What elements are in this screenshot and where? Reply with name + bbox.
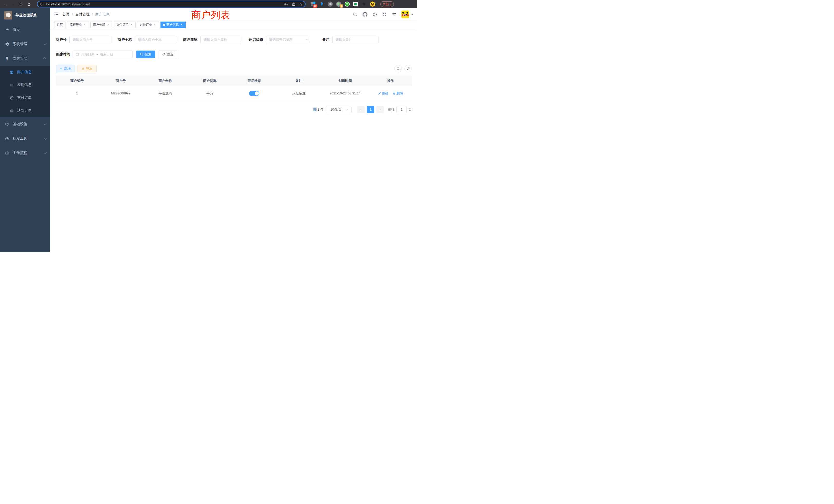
github-icon[interactable] [362, 12, 368, 17]
user-avatar [401, 10, 409, 18]
tags-view-bar: 首页 流程表单 ✕ 用户分组 ✕ 支付订单 ✕ 退款订单 ✕ 商户信息 ✕ [50, 21, 417, 29]
user-menu[interactable]: ▼ [401, 10, 413, 18]
password-key-icon[interactable] [284, 2, 288, 6]
header-search-icon[interactable] [353, 12, 358, 17]
browser-forward-button[interactable]: → [10, 1, 17, 7]
tab-refund-order[interactable]: 退款订单 ✕ [137, 22, 159, 28]
sidebar-item-workflow[interactable]: 工作流程 [0, 146, 50, 160]
tab-user-group[interactable]: 用户分组 ✕ [90, 22, 112, 28]
plus-icon [60, 67, 63, 70]
extension-blocks-icon[interactable]: 10 [311, 2, 316, 7]
sidebar-item-merchant-info[interactable]: 商户信息 [0, 66, 50, 78]
page-number-1[interactable]: 1 [367, 106, 374, 113]
extension-command-icon[interactable]: ⌘ [328, 2, 333, 7]
browser-back-button[interactable]: ← [3, 1, 9, 7]
app-logo[interactable]: 芋道管理系统 [0, 8, 50, 23]
sidebar-item-infrastructure[interactable]: 基础设施 [0, 117, 50, 131]
create-time-range-picker[interactable]: 开始日期 - 结束日期 [73, 50, 133, 58]
short-name-label: 商户简称 [183, 38, 197, 42]
browser-home-button[interactable] [26, 1, 32, 7]
extension-emoji-icon[interactable] [370, 2, 375, 7]
edit-button[interactable]: 修改 [378, 91, 389, 96]
sidebar-item-dev-tools[interactable]: 研发工具 [0, 131, 50, 146]
dashboard-icon [5, 28, 9, 32]
short-name-input[interactable] [200, 36, 242, 43]
merchant-table: 商户编号 商户号 商户全称 商户简称 开启状态 备注 创建时间 操作 1 M23… [56, 76, 412, 101]
search-button[interactable]: 搜索 [136, 50, 155, 58]
home-icon [27, 2, 31, 6]
sidebar-item-pay-order[interactable]: ¥ 支付订单 [0, 91, 50, 104]
close-icon[interactable]: ✕ [107, 23, 110, 26]
yen-icon: ¥ [5, 56, 9, 61]
extension-status-icon[interactable]: 1 [336, 2, 341, 7]
sidebar-item-app-info[interactable]: 应用信息 [0, 78, 50, 91]
pagination-total: 共 1 条 [313, 107, 324, 112]
tab-process-form[interactable]: 流程表单 ✕ [67, 22, 89, 28]
browser-menu-icon[interactable] [391, 3, 391, 6]
sidebar-item-system[interactable]: 系统管理 [0, 37, 50, 51]
info-icon [40, 2, 44, 6]
tab-pay-order[interactable]: 支付订单 ✕ [114, 22, 136, 28]
status-toggle[interactable] [249, 91, 259, 96]
toolbox-icon [5, 137, 9, 141]
sidebar-item-label: 基础设施 [13, 122, 27, 127]
yen-circle-icon: ¥ [10, 96, 14, 100]
sidebar-item-label: 应用信息 [17, 83, 31, 87]
browser-reload-button[interactable] [18, 1, 24, 7]
page-jump-input[interactable] [396, 106, 407, 113]
reload-icon [19, 2, 23, 6]
export-button[interactable]: 导出 [78, 65, 96, 72]
extension-pin-icon[interactable] [319, 2, 324, 7]
status-select[interactable] [266, 36, 310, 43]
bookmark-star-icon[interactable]: ☆ [299, 2, 303, 6]
share-icon[interactable] [292, 2, 295, 6]
caret-down-icon: ▼ [411, 13, 413, 16]
extension-chat-icon[interactable] [353, 2, 358, 7]
tab-merchant-info[interactable]: 商户信息 ✕ [160, 22, 185, 28]
delete-button[interactable]: 删除 [393, 91, 403, 96]
fullscreen-icon[interactable] [382, 12, 387, 17]
close-icon[interactable]: ✕ [130, 23, 133, 26]
cell-remark: 我是备注 [277, 86, 321, 100]
url-bar[interactable]: localhost:1024/pay/merchant ☆ [37, 1, 306, 7]
close-icon[interactable]: ✕ [180, 23, 183, 26]
sidebar-item-label: 系统管理 [13, 42, 27, 46]
sidebar: 芋道管理系统 首页 系统管理 ¥ 支付管理 商户信息 [0, 8, 50, 252]
close-icon[interactable]: ✕ [153, 23, 156, 26]
font-size-icon[interactable]: TT [392, 12, 397, 17]
logo-image [4, 11, 12, 20]
date-end-placeholder: 结束日期 [100, 52, 113, 57]
tab-home[interactable]: 首页 [54, 22, 65, 28]
sidebar-item-home[interactable]: 首页 [0, 23, 50, 37]
full-name-input[interactable] [135, 36, 177, 43]
extensions-puzzle-icon[interactable] [361, 2, 367, 7]
remark-label: 备注 [322, 38, 329, 42]
merchant-no-label: 商户号 [56, 38, 66, 42]
remark-input[interactable] [332, 36, 378, 43]
sidebar-item-refund-order[interactable]: 退款订单 [0, 104, 50, 117]
sidebar-collapse-button[interactable] [54, 12, 59, 17]
sidebar-item-label: 研发工具 [13, 136, 27, 141]
help-icon[interactable] [372, 12, 377, 17]
chevron-down-icon [345, 108, 348, 110]
prev-page-button[interactable]: ‹ [357, 106, 365, 113]
reset-button[interactable]: 重置 [158, 50, 177, 58]
next-page-button[interactable]: › [376, 106, 383, 113]
full-name-label: 商户全称 [117, 38, 132, 42]
page-size-select[interactable]: 10条/页 [326, 106, 352, 113]
add-button[interactable]: 新增 [56, 65, 74, 72]
extension-y-icon[interactable]: Y [345, 2, 350, 7]
storefront-icon [10, 70, 14, 74]
merchant-no-input[interactable] [69, 36, 111, 43]
breadcrumb-home[interactable]: 首页 [62, 12, 70, 17]
pagination: 共 1 条 10条/页 ‹ 1 › 前往 页 [56, 106, 412, 113]
sidebar-item-pay[interactable]: ¥ 支付管理 [0, 51, 50, 66]
refresh-table-button[interactable] [404, 65, 412, 72]
toggle-search-button[interactable] [394, 65, 402, 72]
browser-update-button[interactable]: 更新 [380, 1, 394, 7]
close-icon[interactable]: ✕ [83, 23, 86, 26]
breadcrumb-pay[interactable]: 支付管理 [75, 12, 90, 17]
calendar-icon [75, 53, 79, 56]
svg-text:¥: ¥ [11, 97, 13, 99]
page-content: 商户号 商户全称 商户简称 开启状态 [50, 29, 417, 252]
